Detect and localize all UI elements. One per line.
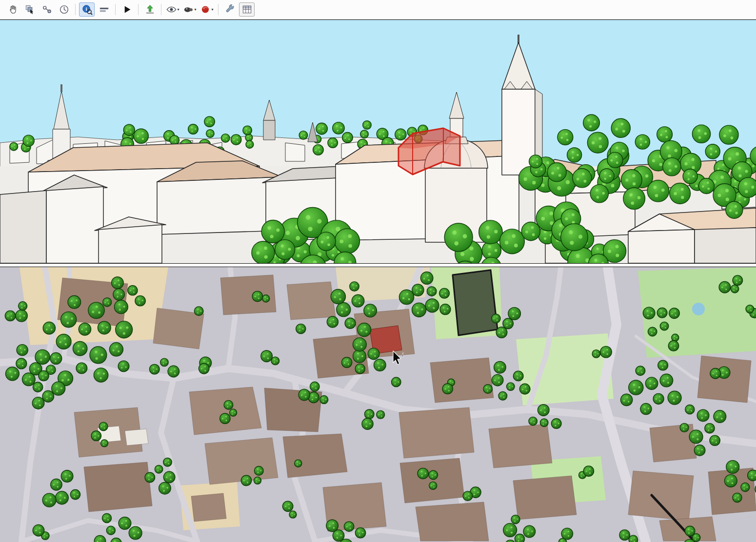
- measure-ruler-icon: [99, 4, 110, 15]
- pan-hand-button[interactable]: [5, 2, 20, 17]
- toolbar-separator: [218, 4, 219, 15]
- application-window: i▾▾▾ i: [0, 0, 756, 542]
- play-animation-button[interactable]: [119, 2, 135, 17]
- 3d-scene-canvas[interactable]: [0, 20, 756, 263]
- wrench-tools-icon: [224, 4, 236, 15]
- 2d-map-canvas[interactable]: i: [0, 267, 756, 542]
- wrench-tools-button[interactable]: [222, 2, 238, 17]
- import-arrow-button[interactable]: [142, 2, 158, 17]
- globe-red-button[interactable]: ▾: [199, 2, 215, 17]
- link-nodes-icon: [41, 4, 53, 15]
- toolbar-separator: [138, 4, 139, 15]
- visibility-eye-button[interactable]: ▾: [165, 2, 180, 17]
- 2d-map-view[interactable]: i: [0, 267, 756, 542]
- visibility-eye-icon: [166, 4, 177, 15]
- svg-text:i: i: [85, 6, 87, 12]
- play-animation-icon: [121, 4, 133, 15]
- select-features-icon: [24, 4, 36, 15]
- dropdown-caret-icon: ▾: [211, 8, 213, 12]
- dropdown-caret-icon: ▾: [194, 8, 196, 12]
- attribute-table-button[interactable]: [239, 2, 255, 17]
- toolbar-separator: [161, 4, 161, 15]
- fly-camera-icon: [183, 4, 194, 15]
- time-clock-icon: [59, 4, 70, 15]
- time-clock-button[interactable]: [56, 2, 72, 17]
- toolbar: i▾▾▾: [0, 0, 756, 19]
- dropdown-caret-icon: ▾: [177, 8, 179, 12]
- pan-hand-icon: [7, 4, 19, 15]
- toolbar-separator: [75, 4, 76, 15]
- link-nodes-button[interactable]: [39, 2, 55, 17]
- 3d-scene-view[interactable]: [0, 19, 756, 264]
- attribute-table-icon: [241, 4, 253, 15]
- map-dark-building: [453, 270, 497, 335]
- import-arrow-icon: [144, 4, 156, 15]
- measure-ruler-button[interactable]: [96, 2, 112, 17]
- select-features-button[interactable]: [22, 2, 38, 17]
- fly-camera-button[interactable]: ▾: [182, 2, 198, 17]
- globe-red-icon: [200, 4, 211, 15]
- identify-button[interactable]: i: [79, 2, 95, 17]
- identify-icon: i: [81, 4, 93, 15]
- toolbar-separator: [115, 4, 116, 15]
